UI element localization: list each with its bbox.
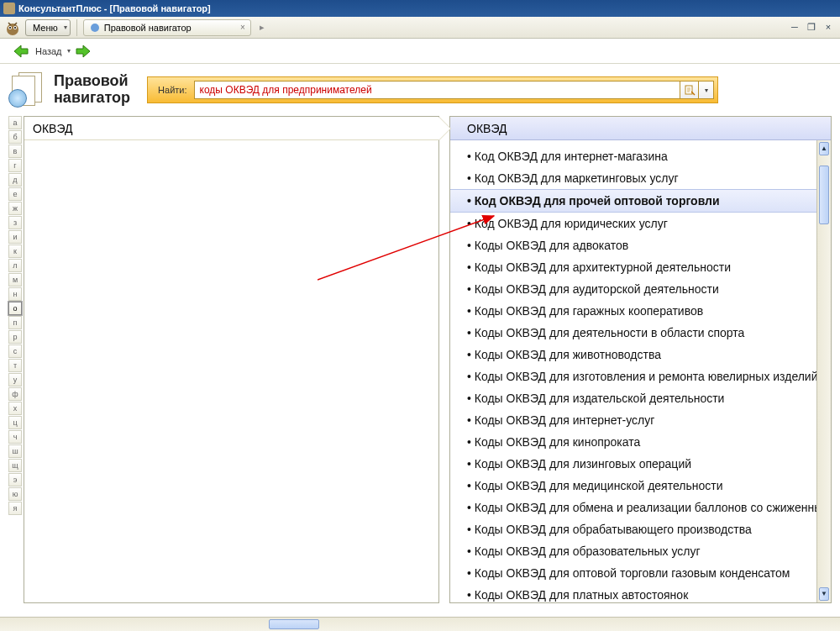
list-item[interactable]: Коды ОКВЭД для интернет-услуг bbox=[450, 409, 831, 431]
alpha-letter-я[interactable]: я bbox=[8, 502, 22, 515]
right-list: Код ОКВЭД для интернет-магазинаКод ОКВЭД… bbox=[450, 140, 831, 602]
vertical-scrollbar[interactable]: ▲ ▼ bbox=[816, 140, 831, 602]
right-panel: ОКВЭД Код ОКВЭД для интернет-магазинаКод… bbox=[449, 116, 832, 603]
alpha-letter-г[interactable]: г bbox=[8, 159, 22, 172]
alpha-letter-н[interactable]: н bbox=[8, 287, 22, 301]
list-item[interactable]: Коды ОКВЭД для обмена и реализации балло… bbox=[450, 497, 831, 518]
search-action-icon[interactable] bbox=[680, 81, 699, 99]
svg-point-3 bbox=[9, 27, 11, 29]
list-item[interactable]: Коды ОКВЭД для кинопроката bbox=[450, 431, 831, 453]
app-icon bbox=[3, 3, 15, 14]
search-dropdown[interactable]: ▾ bbox=[699, 81, 714, 99]
alpha-letter-м[interactable]: м bbox=[8, 273, 22, 287]
alpha-letter-п[interactable]: п bbox=[8, 316, 22, 329]
alpha-letter-е[interactable]: е bbox=[8, 187, 22, 201]
list-item[interactable]: Коды ОКВЭД для архитектурной деятельност… bbox=[450, 256, 831, 278]
divider bbox=[76, 19, 77, 36]
left-panel-header[interactable]: ОКВЭД bbox=[24, 117, 438, 140]
list-item[interactable]: Коды ОКВЭД для оптовой торговли газовым … bbox=[450, 562, 831, 584]
alpha-letter-э[interactable]: э bbox=[8, 473, 22, 486]
tab-navigator[interactable]: Правовой навигатор × bbox=[83, 19, 251, 36]
alpha-letter-и[interactable]: и bbox=[8, 230, 22, 244]
right-panel-header: ОКВЭД bbox=[450, 117, 831, 140]
list-item[interactable]: Код ОКВЭД для маркетинговых услуг bbox=[450, 167, 831, 189]
list-item[interactable]: Коды ОКВЭД для изготовления и ремонта юв… bbox=[450, 365, 831, 387]
alpha-letter-т[interactable]: т bbox=[8, 359, 22, 372]
svg-point-4 bbox=[14, 27, 16, 29]
svg-point-0 bbox=[7, 24, 18, 35]
splitter[interactable] bbox=[439, 116, 449, 603]
menu-button[interactable]: Меню bbox=[25, 19, 71, 36]
list-item[interactable]: Коды ОКВЭД для адвокатов bbox=[450, 234, 831, 256]
page-title-block: Правовой навигатор bbox=[8, 71, 130, 109]
left-panel: ОКВЭД bbox=[24, 116, 439, 603]
list-item[interactable]: Коды ОКВЭД для издательской деятельности bbox=[450, 387, 831, 409]
scroll-down-icon[interactable]: ▼ bbox=[819, 587, 829, 601]
list-item[interactable]: Коды ОКВЭД для лизинговых операций bbox=[450, 453, 831, 475]
hscroll-thumb[interactable] bbox=[269, 619, 319, 629]
alpha-letter-ч[interactable]: ч bbox=[8, 430, 22, 444]
search-label: Найти: bbox=[151, 85, 193, 95]
alpha-letter-д[interactable]: д bbox=[8, 173, 22, 187]
alpha-letter-ю[interactable]: ю bbox=[8, 487, 22, 501]
list-item[interactable]: Коды ОКВЭД для обрабатывающего производс… bbox=[450, 518, 831, 540]
list-item[interactable]: Код ОКВЭД для интернет-магазина bbox=[450, 145, 831, 167]
alpha-letter-ц[interactable]: ц bbox=[8, 416, 22, 429]
list-item[interactable]: Коды ОКВЭД для платных автостоянок bbox=[450, 584, 831, 602]
alpha-letter-щ[interactable]: щ bbox=[8, 459, 22, 472]
list-item[interactable]: Коды ОКВЭД для образовательных услуг bbox=[450, 540, 831, 562]
tab-add-button[interactable]: ▸ bbox=[255, 20, 270, 35]
mdi-controls: ─ ❐ × bbox=[786, 22, 837, 33]
alpha-letter-х[interactable]: х bbox=[8, 402, 22, 415]
owl-icon bbox=[3, 19, 22, 36]
list-item[interactable]: Коды ОКВЭД для животноводства bbox=[450, 344, 831, 365]
list-item[interactable]: Коды ОКВЭД для деятельности в области сп… bbox=[450, 322, 831, 344]
alpha-letter-б[interactable]: б bbox=[8, 130, 22, 144]
alpha-letter-ш[interactable]: ш bbox=[8, 444, 22, 458]
alpha-letter-у[interactable]: у bbox=[8, 373, 22, 386]
nav-bar: Назад ▾ bbox=[0, 39, 840, 64]
menu-label: Меню bbox=[33, 23, 58, 33]
mdi-minimize[interactable]: ─ bbox=[786, 22, 803, 33]
compass-icon bbox=[91, 24, 99, 32]
scroll-up-icon[interactable]: ▲ bbox=[819, 142, 829, 155]
tab-label: Правовой навигатор bbox=[104, 23, 192, 33]
alpha-letter-к[interactable]: к bbox=[8, 245, 22, 258]
alpha-letter-р[interactable]: р bbox=[8, 330, 22, 344]
alpha-letter-в[interactable]: в bbox=[8, 145, 22, 158]
nav-forward-button[interactable] bbox=[74, 43, 92, 60]
nav-back-dropdown[interactable]: ▾ bbox=[67, 47, 71, 55]
list-item[interactable]: Коды ОКВЭД для аудиторской деятельности bbox=[450, 278, 831, 300]
menubar: Меню Правовой навигатор × ▸ ─ ❐ × bbox=[0, 17, 840, 39]
alpha-index: aбвгдежзиклмнопрстуфхцчшщэюя bbox=[8, 116, 24, 603]
search-box: Найти: ▾ bbox=[147, 76, 718, 103]
navigator-icon bbox=[8, 71, 47, 109]
page-title: Правовой навигатор bbox=[54, 73, 130, 107]
alpha-letter-с[interactable]: с bbox=[8, 344, 22, 358]
mdi-restore[interactable]: ❐ bbox=[803, 22, 820, 33]
workspace: Правовой навигатор Найти: ▾ aбвгдежзиклм… bbox=[0, 64, 840, 603]
list-item[interactable]: Коды ОКВЭД для медицинской деятельности bbox=[450, 475, 831, 497]
alpha-letter-о[interactable]: о bbox=[8, 302, 22, 315]
nav-back-button[interactable] bbox=[12, 43, 30, 60]
title-bar: КонсультантПлюс - [Правовой навигатор] bbox=[0, 0, 840, 17]
list-item[interactable]: Коды ОКВЭД для гаражных кооперативов bbox=[450, 300, 831, 322]
alpha-letter-л[interactable]: л bbox=[8, 259, 22, 272]
alpha-letter-ф[interactable]: ф bbox=[8, 387, 22, 401]
alpha-letter-з[interactable]: з bbox=[8, 216, 22, 229]
scroll-thumb[interactable] bbox=[819, 166, 829, 224]
nav-back-label: Назад bbox=[34, 46, 64, 56]
mdi-close[interactable]: × bbox=[820, 22, 837, 33]
search-input[interactable] bbox=[194, 81, 681, 99]
list-item[interactable]: Код ОКВЭД для прочей оптовой торговли bbox=[450, 189, 831, 213]
horizontal-scrollbar[interactable] bbox=[0, 617, 840, 631]
tab-close-icon[interactable]: × bbox=[240, 23, 245, 32]
list-item[interactable]: Код ОКВЭД для юридических услуг bbox=[450, 213, 831, 234]
window-title: КонсультантПлюс - [Правовой навигатор] bbox=[18, 3, 211, 13]
alpha-letter-ж[interactable]: ж bbox=[8, 202, 22, 215]
alpha-letter-a[interactable]: a bbox=[8, 116, 22, 129]
